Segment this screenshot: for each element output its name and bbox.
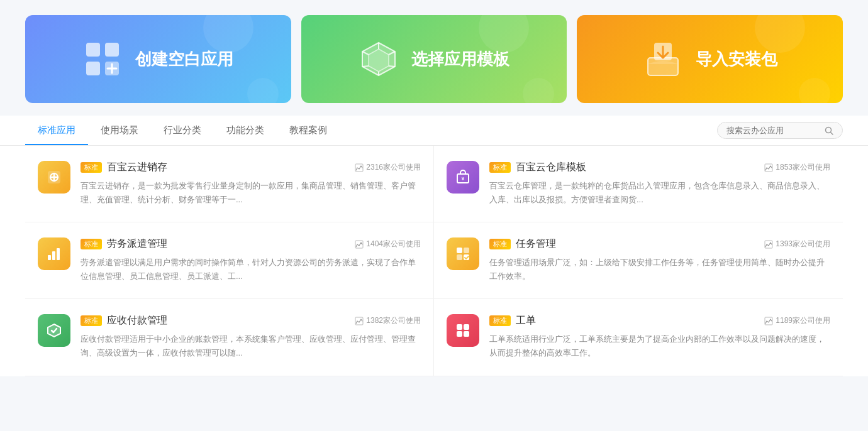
svg-line-10	[389, 66, 395, 67]
app-icon-6	[447, 314, 479, 347]
svg-rect-36	[457, 331, 462, 337]
search-icon	[825, 126, 833, 135]
svg-line-12	[362, 66, 369, 67]
app-badge-3: 标准	[81, 239, 102, 249]
select-template-banner[interactable]: 选择应用模板	[301, 15, 567, 103]
select-template-icon	[359, 39, 399, 79]
app-content-3: 标准 劳务派遣管理 1404家公司使用 劳务派遣管理以满足用户需求的同时操作简单…	[81, 237, 421, 283]
app-name-1: 百宝云进销存	[107, 161, 167, 174]
svg-rect-37	[464, 331, 469, 337]
app-usage-text-3: 1404家公司使用	[366, 239, 421, 249]
svg-rect-35	[464, 324, 469, 330]
svg-rect-0	[86, 43, 100, 57]
svg-rect-28	[457, 248, 462, 253]
app-badge-4: 标准	[489, 239, 511, 249]
import-package-icon	[643, 39, 683, 79]
svg-rect-20	[355, 164, 363, 172]
app-usage-3: 1404家公司使用	[355, 239, 421, 249]
app-content-1: 标准 百宝云进销存 2316家公司使用 百宝云进销存，是一款为批发零售行业量身定…	[81, 161, 421, 207]
app-usage-text-5: 1382家公司使用	[366, 315, 421, 326]
svg-rect-24	[48, 255, 51, 260]
app-card-1[interactable]: 标准 百宝云进销存 2316家公司使用 百宝云进销存，是一款为批发零售行业量身定…	[25, 146, 434, 222]
app-name-3: 劳务派遣管理	[107, 237, 167, 251]
tab-standard[interactable]: 标准应用	[25, 116, 88, 145]
app-card-6[interactable]: 标准 工单 1189家公司使用 工单系统适用行业广泛，工单系统主要是为了提高企业…	[434, 299, 843, 376]
app-name-2: 百宝云仓库模板	[516, 161, 586, 174]
svg-rect-29	[464, 248, 469, 253]
app-card-3[interactable]: 标准 劳务派遣管理 1404家公司使用 劳务派遣管理以满足用户需求的同时操作简单…	[25, 222, 434, 299]
app-name-row-4: 标准 任务管理	[489, 237, 556, 251]
tab-tutorial[interactable]: 教程案例	[277, 116, 340, 145]
app-usage-text-1: 2316家公司使用	[366, 162, 421, 173]
app-usage-text-2: 1853家公司使用	[776, 162, 830, 173]
app-name-6: 工单	[516, 314, 536, 327]
app-desc-5: 应收付款管理适用于中小企业的账款管理，本系统集客户管理、应收管理、应付管理、管理…	[81, 332, 421, 360]
app-usage-text-4: 1393家公司使用	[776, 239, 830, 249]
app-usage-2: 1853家公司使用	[764, 162, 830, 173]
svg-line-18	[831, 132, 833, 134]
app-card-4[interactable]: 标准 任务管理 1393家公司使用 任务管理适用场景广泛，如：上级给下级安排工作…	[434, 222, 843, 299]
app-badge-6: 标准	[489, 315, 511, 326]
create-blank-title: 创建空白应用	[135, 48, 233, 70]
svg-rect-14	[648, 58, 678, 75]
tab-industry[interactable]: 行业分类	[151, 116, 214, 145]
tab-function[interactable]: 功能分类	[214, 116, 277, 145]
svg-rect-27	[355, 241, 363, 248]
app-card-2[interactable]: ¥ 标准 百宝云仓库模板 1853家公司使用 百宝云仓库管理，是一款纯粹的仓库货…	[434, 146, 843, 222]
app-icon-1	[38, 161, 70, 194]
app-name-5: 应收付款管理	[107, 314, 167, 327]
app-header-5: 标准 应收付款管理 1382家公司使用	[81, 314, 421, 327]
app-header-6: 标准 工单 1189家公司使用	[489, 314, 830, 327]
app-header-3: 标准 劳务派遣管理 1404家公司使用	[81, 237, 421, 251]
app-name-row-1: 标准 百宝云进销存	[81, 161, 167, 174]
select-template-title: 选择应用模板	[411, 48, 509, 70]
app-header-4: 标准 任务管理 1393家公司使用	[489, 237, 830, 251]
svg-rect-26	[57, 248, 60, 260]
svg-rect-32	[765, 241, 772, 248]
import-package-title: 导入安装包	[696, 48, 777, 70]
svg-rect-38	[765, 317, 772, 325]
app-usage-text-6: 1189家公司使用	[776, 315, 830, 326]
app-icon-4	[447, 237, 479, 270]
app-content-4: 标准 任务管理 1393家公司使用 任务管理适用场景广泛，如：上级给下级安排工作…	[489, 237, 830, 283]
app-icon-2: ¥	[447, 161, 479, 194]
app-desc-1: 百宝云进销存，是一款为批发零售行业量身定制的一款应用，集商品管理、销售管理、客户…	[81, 179, 421, 207]
app-name-4: 任务管理	[516, 237, 556, 251]
tab-scene[interactable]: 使用场景	[88, 116, 151, 145]
create-blank-banner[interactable]: 创建空白应用	[25, 15, 291, 103]
svg-rect-25	[52, 251, 55, 260]
app-badge-2: 标准	[489, 162, 511, 173]
search-input[interactable]	[726, 126, 820, 135]
app-name-row-6: 标准 工单	[489, 314, 536, 327]
app-content-6: 标准 工单 1189家公司使用 工单系统适用行业广泛，工单系统主要是为了提高企业…	[489, 314, 830, 360]
svg-rect-30	[457, 254, 462, 260]
app-content-2: 标准 百宝云仓库模板 1853家公司使用 百宝云仓库管理，是一款纯粹的仓库货品出…	[489, 161, 830, 207]
app-name-row-3: 标准 劳务派遣管理	[81, 237, 167, 251]
svg-rect-23	[765, 164, 772, 172]
search-box[interactable]	[717, 122, 843, 139]
svg-rect-33	[355, 317, 363, 325]
svg-rect-2	[86, 62, 100, 75]
app-badge-1: 标准	[81, 162, 102, 173]
top-banners: 创建空白应用 选择应用模板	[0, 0, 868, 116]
app-icon-3	[38, 237, 70, 270]
app-card-5[interactable]: 标准 应收付款管理 1382家公司使用 应收付款管理适用于中小企业的账款管理，本…	[25, 299, 434, 376]
app-header-1: 标准 百宝云进销存 2316家公司使用	[81, 161, 421, 174]
svg-rect-34	[457, 324, 462, 330]
app-header-2: 标准 百宝云仓库模板 1853家公司使用	[489, 161, 830, 174]
svg-rect-1	[105, 43, 119, 57]
app-name-row-5: 标准 应收付款管理	[81, 314, 167, 327]
tab-bar: 标准应用 使用场景 行业分类 功能分类 教程案例	[0, 116, 868, 146]
app-desc-4: 任务管理适用场景广泛，如：上级给下级安排工作任务等，任务管理使用简单、随时办公提…	[489, 256, 830, 283]
app-desc-2: 百宝云仓库管理，是一款纯粹的仓库货品出入管理应用，包含仓库信息录入、商品信息录入…	[489, 179, 830, 207]
create-blank-icon	[82, 39, 123, 79]
svg-text:¥: ¥	[462, 176, 465, 182]
import-package-banner[interactable]: 导入安装包	[577, 15, 843, 103]
app-grid: 标准 百宝云进销存 2316家公司使用 百宝云进销存，是一款为批发零售行业量身定…	[0, 146, 868, 376]
app-usage-4: 1393家公司使用	[764, 239, 830, 249]
app-icon-5	[38, 314, 70, 347]
app-desc-3: 劳务派遣管理以满足用户需求的同时操作简单，针对人力资源公司的劳务派遣，实现了合作…	[81, 256, 421, 283]
app-usage-1: 2316家公司使用	[355, 162, 421, 173]
app-badge-5: 标准	[81, 315, 102, 326]
app-desc-6: 工单系统适用行业广泛，工单系统主要是为了提高企业内部的工作效率以及问题解决的速度…	[489, 332, 830, 360]
